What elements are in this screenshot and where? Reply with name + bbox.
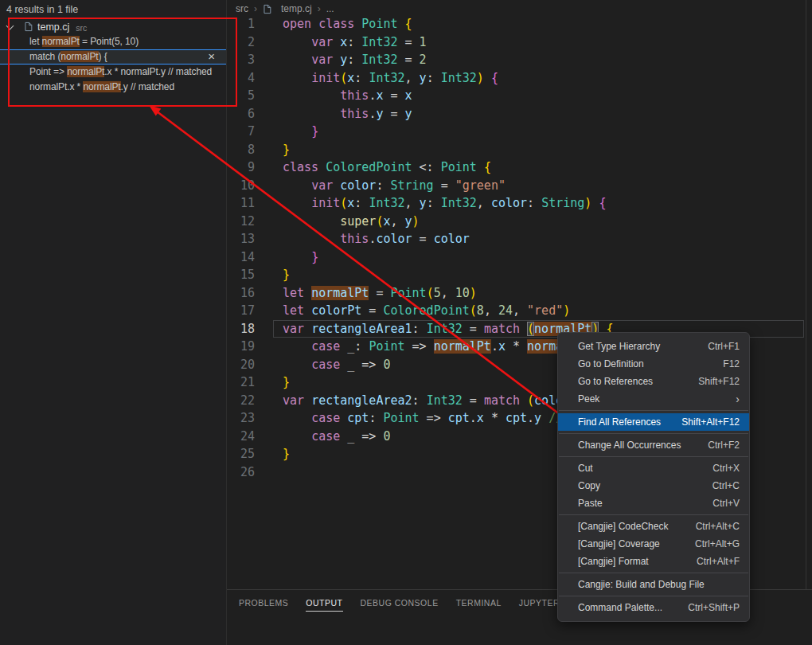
code-token: ) <box>412 214 420 229</box>
code-token: ( <box>527 393 534 408</box>
code-line[interactable]: 2 var x: Int32 = 1 <box>227 33 812 52</box>
code-token <box>283 411 311 425</box>
tab-debug-console[interactable]: DEBUG CONSOLE <box>361 598 439 612</box>
code-token: => <box>405 339 434 354</box>
line-number: 7 <box>227 123 255 141</box>
code-token <box>283 178 311 193</box>
editor-scrollbar[interactable] <box>806 0 806 589</box>
code-token: Int32 <box>441 71 477 85</box>
code-text[interactable]: init(x: Int32, y: Int32, color: String) … <box>273 194 812 213</box>
menu-item-cangjie-codecheck[interactable]: [Cangjie] CodeCheckCtrl+Alt+C <box>558 518 749 535</box>
code-line[interactable]: 5 this.x = x <box>227 87 812 105</box>
code-line[interactable]: 3 var y: Int32 = 2 <box>227 51 812 69</box>
code-token: : <box>354 196 369 210</box>
tab-output[interactable]: OUTPUT <box>306 598 342 612</box>
code-text[interactable]: class ColoredPoint <: Point { <box>273 158 812 177</box>
code-text[interactable]: this.x = x <box>273 87 812 105</box>
code-token: : <box>376 178 390 193</box>
code-line[interactable]: 17let colorPt = ColoredPoint(8, 24, "red… <box>227 302 812 320</box>
code-line[interactable]: 11 init(x: Int32, y: Int32, color: Strin… <box>227 194 812 213</box>
code-text[interactable]: super(x, y) <box>273 213 812 231</box>
menu-item-paste[interactable]: PasteCtrl+V <box>558 494 749 512</box>
code-text[interactable]: var color: String = "green" <box>273 177 812 195</box>
line-number: 8 <box>227 141 255 159</box>
menu-item-cangjie-build-and-debug-file[interactable]: Cangjie: Build and Debug File <box>558 576 749 593</box>
line-number: 21 <box>227 373 255 392</box>
result-row[interactable]: match (normalPt) {× <box>0 49 226 64</box>
code-text[interactable]: } <box>273 141 812 159</box>
code-token: ( <box>340 196 347 210</box>
menu-item-go-to-references[interactable]: Go to ReferencesShift+F12 <box>558 373 749 390</box>
breadcrumb-item-temp-cj[interactable]: temp.cj <box>281 3 312 14</box>
code-text[interactable]: var y: Int32 = 2 <box>273 51 812 69</box>
code-text[interactable]: var x: Int32 = 1 <box>273 33 812 52</box>
tab-terminal[interactable]: TERMINAL <box>456 598 502 612</box>
menu-item-command-palette[interactable]: Command Palette...Ctrl+Shift+P <box>558 599 749 616</box>
code-line[interactable]: 16let normalPt = Point(5, 10) <box>227 284 812 303</box>
code-text[interactable]: open class Point { <box>273 15 812 33</box>
code-token: init <box>311 71 340 85</box>
code-text[interactable]: } <box>273 123 812 141</box>
menu-item-shortcut: Ctrl+X <box>712 463 740 474</box>
file-icon <box>24 22 33 32</box>
result-row[interactable]: normalPt.x * normalPt.y // matched <box>0 80 226 95</box>
menu-item-cangjie-format[interactable]: [Cangjie] FormatCtrl+Alt+F <box>558 553 749 570</box>
result-row[interactable]: let normalPt = Point(5, 10) <box>0 34 226 49</box>
code-token <box>283 124 311 139</box>
code-line[interactable]: 4 init(x: Int32, y: Int32) { <box>227 69 812 88</box>
line-number: 19 <box>227 338 255 356</box>
result-text-segment: .y // matched <box>121 81 174 92</box>
code-text[interactable]: init(x: Int32, y: Int32) { <box>273 69 812 88</box>
results-summary: 4 results in 1 file <box>6 4 78 15</box>
code-text[interactable]: this.y = y <box>273 105 812 123</box>
reference-highlight: normalPt <box>311 286 369 300</box>
chevron-down-icon[interactable] <box>6 22 14 29</box>
code-line[interactable]: 9class ColoredPoint <: Point { <box>227 158 812 177</box>
code-line[interactable]: 15} <box>227 266 812 284</box>
breadcrumb-item-src[interactable]: src <box>236 3 248 14</box>
code-token: , <box>441 286 455 300</box>
result-row[interactable]: Point => normalPt.x * normalPt.y // matc… <box>0 64 226 80</box>
menu-item-shortcut: Ctrl+Shift+P <box>688 602 740 613</box>
code-token: ColoredPoint <box>326 160 412 174</box>
menu-item-get-type-hierarchy[interactable]: Get Type HierarchyCtrl+F1 <box>558 338 749 355</box>
code-token: = <box>412 232 434 246</box>
breadcrumb-item-item[interactable]: ... <box>326 3 334 14</box>
search-results-panel: 4 results in 1 file temp.cj src let norm… <box>0 0 227 645</box>
match-highlight: normalPt <box>42 36 80 47</box>
line-number: 24 <box>227 428 255 446</box>
menu-item-cangjie-coverage[interactable]: [Cangjie] CoverageCtrl+Alt+G <box>558 535 749 553</box>
menu-separator <box>559 573 748 573</box>
code-token: ( <box>427 286 434 300</box>
code-text[interactable]: let colorPt = ColoredPoint(8, 24, "red") <box>273 302 812 320</box>
menu-item-go-to-definition[interactable]: Go to DefinitionF12 <box>558 355 749 373</box>
code-text[interactable]: } <box>273 266 812 284</box>
dismiss-result-button[interactable]: × <box>208 49 215 63</box>
code-line[interactable]: 14 } <box>227 248 812 267</box>
code-text[interactable]: } <box>273 248 812 267</box>
code-line[interactable]: 12 super(x, y) <box>227 213 812 231</box>
menu-item-shortcut: Ctrl+V <box>712 498 740 509</box>
menu-item-peek[interactable]: Peek› <box>558 390 749 408</box>
code-token: y <box>340 53 347 67</box>
menu-item-copy[interactable]: CopyCtrl+C <box>558 477 749 494</box>
code-text[interactable]: this.color = color <box>273 230 812 248</box>
code-line[interactable]: 13 this.color = color <box>227 230 812 248</box>
line-number: 11 <box>227 194 255 213</box>
code-token: x <box>340 35 347 49</box>
file-group-row[interactable]: temp.cj src <box>0 19 226 34</box>
code-line[interactable]: 10 var color: String = "green" <box>227 177 812 195</box>
code-token: let <box>283 286 311 300</box>
menu-item-change-all-occurrences[interactable]: Change All OccurrencesCtrl+F2 <box>558 436 749 454</box>
menu-item-find-all-references[interactable]: Find All ReferencesShift+Alt+F12 <box>558 413 749 431</box>
code-line[interactable]: 1open class Point { <box>227 15 812 33</box>
code-line[interactable]: 7 } <box>227 123 812 141</box>
tab-problems[interactable]: PROBLEMS <box>239 598 288 612</box>
code-line[interactable]: 8} <box>227 141 812 159</box>
tab-jupyter[interactable]: JUPYTER <box>519 598 560 612</box>
code-token: y <box>420 71 427 85</box>
code-text[interactable]: let normalPt = Point(5, 10) <box>273 284 812 303</box>
code-token: = <box>369 286 390 300</box>
menu-item-cut[interactable]: CutCtrl+X <box>558 459 749 477</box>
code-line[interactable]: 6 this.y = y <box>227 105 812 123</box>
